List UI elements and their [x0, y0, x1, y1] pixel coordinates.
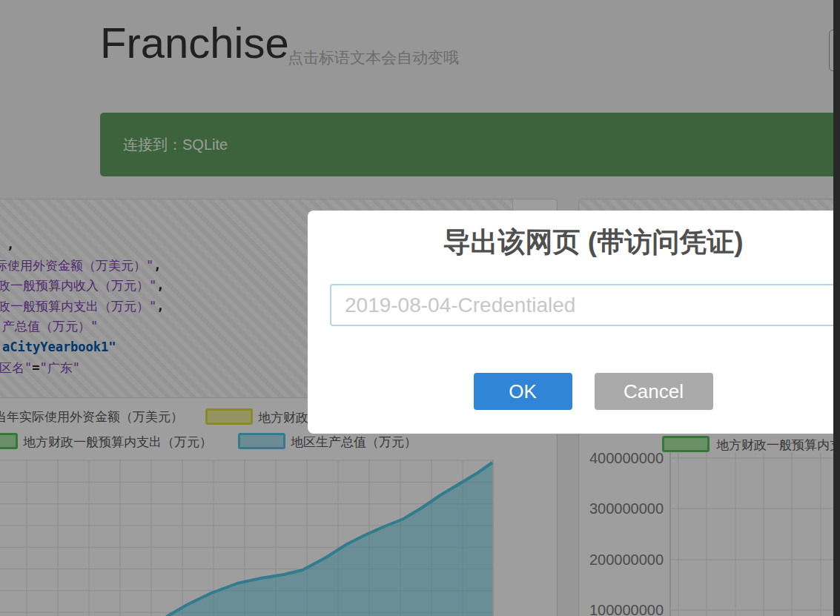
export-filename-input[interactable]: [330, 284, 840, 326]
ok-button[interactable]: OK: [474, 373, 572, 410]
scrollbar[interactable]: [833, 0, 840, 616]
cancel-button[interactable]: Cancel: [595, 373, 713, 410]
dialog-button-row: OK Cancel: [308, 373, 840, 410]
export-dialog: 导出该网页 (带访问凭证) OK Cancel: [308, 211, 840, 434]
app-screen: Franchise 点击标语文本会自动变哦 连接到：SQLite ,际使用外资金…: [0, 0, 840, 616]
export-dialog-title: 导出该网页 (带访问凭证): [308, 211, 840, 261]
